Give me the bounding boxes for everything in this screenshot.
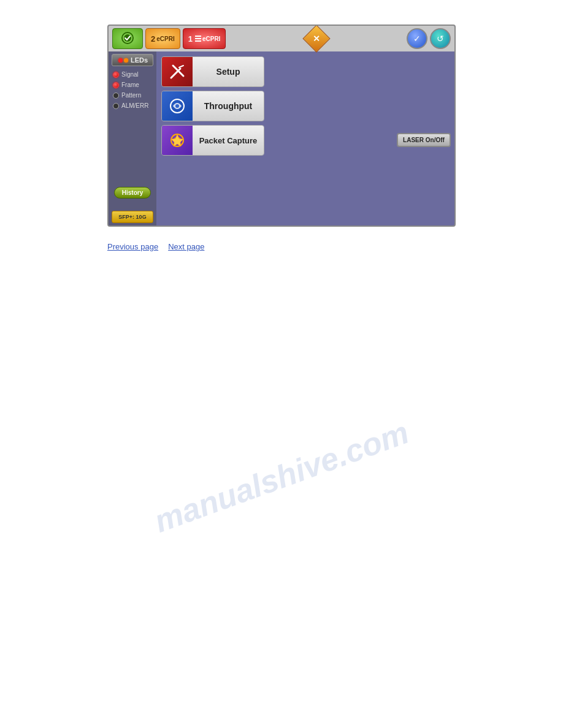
alm-err-radio bbox=[113, 103, 119, 109]
leds-button[interactable]: LEDs bbox=[112, 54, 153, 66]
setup-button[interactable]: Setup bbox=[161, 56, 264, 87]
center-area: ✕ bbox=[228, 29, 404, 48]
sfp-label: SFP+: 10G bbox=[118, 214, 146, 220]
main-content: LEDs Signal Frame Pattern ALM/ERR bbox=[109, 51, 454, 227]
svg-line-5 bbox=[179, 72, 183, 76]
tab2-label: eCPRI bbox=[156, 36, 174, 42]
top-bar: 2 eCPRI 1 eCPRI ✕ ✓ ↺ bbox=[109, 26, 454, 51]
tab-3[interactable]: 1 eCPRI bbox=[183, 28, 226, 49]
frame-radio bbox=[113, 82, 119, 88]
throughput-button[interactable]: Throughput bbox=[161, 91, 264, 121]
history-button[interactable]: History bbox=[114, 187, 151, 199]
sidebar-bottom: History SFP+: 10G bbox=[109, 112, 156, 226]
history-label: History bbox=[122, 189, 143, 196]
tab2-number: 2 bbox=[151, 34, 155, 44]
sidebar-item-signal[interactable]: Signal bbox=[112, 70, 153, 79]
right-panel: LASER On/Off bbox=[393, 51, 454, 227]
sidebar-item-alm-err[interactable]: ALM/ERR bbox=[112, 101, 153, 110]
laser-label: LASER On/Off bbox=[403, 137, 445, 143]
tab1-icon bbox=[121, 31, 134, 46]
setup-icon bbox=[162, 56, 193, 87]
throughput-label: Throughput bbox=[193, 91, 264, 121]
warning-diamond-icon: ✕ bbox=[302, 25, 330, 52]
pattern-label: Pattern bbox=[121, 92, 141, 99]
warning-symbol: ✕ bbox=[313, 34, 320, 44]
top-bar-right-buttons: ✓ ↺ bbox=[407, 28, 451, 49]
center-panel: Setup Throughput bbox=[156, 51, 393, 227]
sidebar-item-frame[interactable]: Frame bbox=[112, 80, 153, 89]
next-page-link[interactable]: Next page bbox=[168, 242, 204, 251]
check-icon: ✓ bbox=[413, 34, 421, 44]
led-dot-red bbox=[118, 58, 123, 63]
packet-capture-button[interactable]: Packet Capture bbox=[161, 125, 264, 156]
led-dot-orange bbox=[124, 58, 128, 63]
sidebar: LEDs Signal Frame Pattern ALM/ERR bbox=[109, 51, 156, 227]
laser-button[interactable]: LASER On/Off bbox=[397, 133, 451, 147]
svg-line-3 bbox=[179, 66, 183, 67]
tab-2[interactable]: 2 eCPRI bbox=[145, 28, 180, 49]
previous-page-link[interactable]: Previous page bbox=[107, 242, 158, 251]
tab3-number: 1 bbox=[188, 34, 193, 44]
arrow-circle-button[interactable]: ↺ bbox=[430, 28, 451, 49]
throughput-icon bbox=[162, 91, 193, 121]
sfp-button[interactable]: SFP+: 10G bbox=[112, 211, 153, 223]
tab3-label: eCPRI bbox=[202, 36, 220, 42]
leds-label: LEDs bbox=[131, 56, 148, 64]
frame-label: Frame bbox=[121, 82, 139, 88]
sidebar-item-pattern[interactable]: Pattern bbox=[112, 91, 153, 100]
svg-line-4 bbox=[173, 66, 177, 70]
tab-1[interactable] bbox=[112, 28, 143, 49]
led-dots bbox=[118, 58, 128, 63]
capture-icon bbox=[162, 125, 193, 156]
check-circle-button[interactable]: ✓ bbox=[407, 28, 427, 49]
signal-radio bbox=[113, 72, 119, 78]
device-frame: 2 eCPRI 1 eCPRI ✕ ✓ ↺ bbox=[107, 25, 456, 227]
watermark: manualshive.com bbox=[150, 414, 414, 540]
tab3-lines-icon bbox=[195, 36, 201, 42]
signal-label: Signal bbox=[121, 71, 139, 78]
arrow-icon: ↺ bbox=[437, 34, 444, 44]
links-area: Previous page Next page bbox=[107, 242, 204, 251]
alm-err-label: ALM/ERR bbox=[121, 102, 148, 109]
svg-point-7 bbox=[175, 104, 179, 108]
svg-line-2 bbox=[171, 69, 180, 78]
setup-label: Setup bbox=[193, 57, 264, 86]
packet-capture-label: Packet Capture bbox=[193, 126, 264, 155]
pattern-radio bbox=[113, 93, 119, 99]
